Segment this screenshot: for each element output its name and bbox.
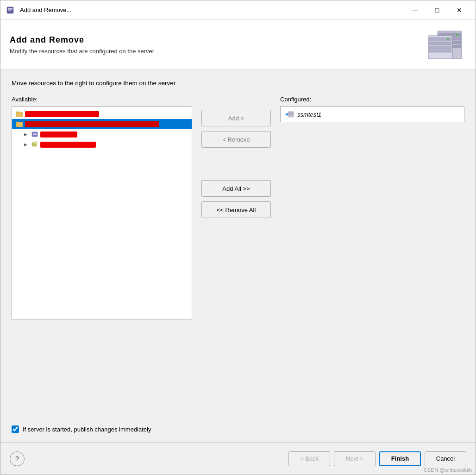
- svg-rect-27: [288, 114, 293, 115]
- redacted-text: [40, 142, 96, 148]
- list-item[interactable]: [12, 109, 192, 119]
- header-section: Add and Remove Modify the resources that…: [0, 20, 476, 70]
- watermark: CSDN @whitexxxkkk: [424, 467, 472, 473]
- help-button[interactable]: ?: [10, 451, 25, 466]
- back-button[interactable]: < Back: [288, 451, 330, 466]
- next-button[interactable]: Next >: [334, 451, 376, 466]
- minimize-button[interactable]: —: [404, 3, 426, 17]
- svg-rect-9: [456, 34, 458, 36]
- configured-list-item[interactable]: ssmtest1: [281, 109, 464, 120]
- svg-rect-1: [8, 8, 13, 9]
- svg-rect-22: [33, 134, 37, 135]
- close-button[interactable]: ✕: [449, 3, 470, 17]
- cancel-button[interactable]: Cancel: [425, 451, 466, 466]
- list-item[interactable]: ►: [12, 139, 192, 150]
- chevron-right-icon: ►: [23, 131, 28, 137]
- svg-marker-28: [285, 113, 288, 116]
- available-label: Available:: [12, 96, 192, 103]
- svg-rect-21: [33, 133, 37, 134]
- list-item[interactable]: [12, 119, 192, 129]
- configured-section: Configured: ssmtest1: [280, 96, 464, 122]
- add-all-button[interactable]: Add All >>: [201, 180, 271, 197]
- instruction-text: Move resources to the right to configure…: [12, 80, 464, 87]
- svg-rect-3: [8, 10, 11, 11]
- header-text: Add and Remove Modify the resources that…: [10, 35, 154, 55]
- configured-list[interactable]: ssmtest1: [280, 106, 464, 122]
- svg-rect-19: [16, 122, 19, 123]
- main-content: Move resources to the right to configure…: [0, 70, 476, 442]
- available-section: Available:: [12, 96, 192, 319]
- add-button[interactable]: Add >: [201, 110, 271, 126]
- finish-button[interactable]: Finish: [379, 451, 421, 466]
- configured-label: Configured:: [280, 96, 464, 103]
- svg-rect-14: [429, 50, 451, 52]
- middle-buttons: Add > < Remove Add All >> << Remove All: [192, 96, 280, 218]
- server-configured-icon: [285, 111, 294, 118]
- server-graphic: [425, 27, 466, 62]
- header-title: Add and Remove: [10, 35, 154, 45]
- svg-rect-24: [34, 142, 37, 144]
- redacted-text: [25, 111, 99, 117]
- redacted-text: [40, 131, 77, 138]
- title-bar: Add and Remove... — □ ✕: [0, 0, 476, 20]
- list-item[interactable]: ►: [12, 129, 192, 139]
- svg-rect-12: [429, 42, 451, 45]
- footer-left: ?: [10, 451, 25, 466]
- maximize-button[interactable]: □: [426, 3, 448, 17]
- remove-all-button[interactable]: << Remove All: [201, 201, 271, 218]
- footer: ? < Back Next > Finish Cancel CSDN @whit…: [0, 442, 476, 475]
- svg-rect-15: [447, 38, 449, 40]
- available-list[interactable]: ► ►: [12, 106, 192, 319]
- title-bar-icon: [6, 5, 16, 15]
- folder-icon: [16, 110, 23, 118]
- publish-changes-checkbox[interactable]: [12, 425, 19, 433]
- configured-item-label: ssmtest1: [297, 111, 321, 118]
- folder-icon: [16, 120, 23, 128]
- item-icon: [31, 141, 38, 148]
- redacted-text: [25, 121, 159, 127]
- window-title: Add and Remove...: [20, 6, 404, 13]
- item-icon: [31, 131, 38, 138]
- main-window: Add and Remove... — □ ✕ Add and Remove M…: [0, 0, 476, 475]
- help-icon: ?: [15, 455, 19, 462]
- svg-rect-17: [16, 112, 19, 113]
- chevron-right-icon: ►: [23, 142, 28, 147]
- checkbox-area: If server is started, publish changes im…: [12, 425, 464, 433]
- lists-area: Available:: [12, 96, 464, 414]
- svg-rect-2: [8, 9, 13, 10]
- publish-changes-label: If server is started, publish changes im…: [23, 426, 151, 433]
- svg-rect-13: [429, 46, 451, 49]
- remove-button[interactable]: < Remove: [201, 131, 271, 148]
- svg-rect-26: [288, 112, 293, 113]
- footer-right: < Back Next > Finish Cancel: [288, 451, 466, 466]
- header-subtitle: Modify the resources that are configured…: [10, 48, 154, 55]
- window-controls: — □ ✕: [404, 3, 470, 17]
